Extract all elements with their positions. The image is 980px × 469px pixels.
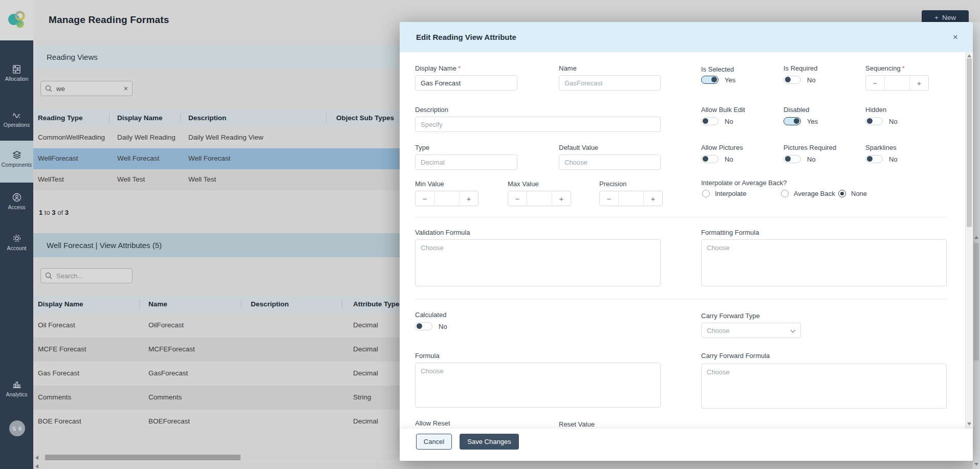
toggle-on[interactable] (701, 76, 718, 84)
toggle-off[interactable] (783, 76, 801, 84)
toggle-on[interactable] (783, 117, 801, 125)
sidebar-item-account[interactable]: Account (0, 233, 33, 251)
toggle-off[interactable] (415, 322, 432, 330)
toggle-off[interactable] (701, 155, 718, 163)
toggle-state: No (725, 118, 733, 125)
scrollbar-thumb[interactable] (967, 58, 972, 227)
modal-vertical-scrollbar[interactable] (965, 52, 972, 429)
sidebar-item-operations[interactable]: Operations (0, 110, 33, 128)
radio-none[interactable]: None (838, 190, 867, 197)
window-horizontal-scrollbar[interactable] (33, 463, 980, 469)
formatting-formula-label: Formatting Formula (701, 229, 759, 236)
column-header[interactable]: Description (188, 114, 226, 122)
scrollbar-thumb[interactable] (974, 243, 979, 361)
hidden-label: Hidden (865, 106, 886, 114)
hidden-toggle[interactable]: No (865, 117, 898, 125)
display-name-field[interactable] (415, 75, 517, 91)
radio-average-back[interactable]: Average Back (781, 190, 835, 197)
reading-views-title: Reading Views (47, 53, 98, 61)
modal-title: Edit Reading View Attribute (416, 33, 516, 41)
close-icon[interactable]: × (949, 31, 962, 43)
column-header[interactable]: Attribute Type (353, 300, 400, 308)
precision-label: Precision (599, 180, 626, 188)
is-selected-toggle[interactable]: Yes (701, 76, 735, 84)
toggle-state: No (807, 76, 816, 84)
sidebar-item-components[interactable]: Components (0, 141, 33, 183)
increment-icon[interactable]: + (644, 191, 662, 206)
scroll-down-icon[interactable] (974, 463, 978, 466)
search-input[interactable] (56, 272, 128, 280)
allow-pictures-toggle[interactable]: No (701, 155, 733, 163)
column-header[interactable]: Name (148, 300, 167, 308)
increment-icon[interactable]: + (552, 191, 571, 206)
sequencing-stepper[interactable]: − + (865, 75, 929, 91)
disabled-toggle[interactable]: Yes (783, 117, 818, 125)
decrement-icon[interactable]: − (866, 76, 884, 90)
formula-field[interactable] (415, 363, 661, 408)
min-value-stepper[interactable]: − + (415, 191, 478, 206)
toggle-off[interactable] (865, 155, 883, 163)
increment-icon[interactable]: + (910, 76, 928, 90)
max-value-stepper[interactable]: − + (508, 191, 571, 206)
save-changes-button[interactable]: Save Changes (460, 434, 519, 450)
carry-forward-formula-field[interactable] (701, 364, 947, 409)
description-field[interactable] (415, 117, 661, 132)
search-input[interactable] (56, 85, 120, 93)
pictures-required-toggle[interactable]: No (783, 155, 816, 163)
view-attributes-search[interactable] (40, 268, 133, 283)
cancel-button[interactable]: Cancel (416, 434, 452, 450)
formatting-formula-field[interactable] (701, 239, 947, 286)
calculated-toggle[interactable]: No (415, 322, 447, 330)
scroll-up-icon[interactable] (967, 54, 971, 57)
decrement-icon[interactable]: − (416, 191, 434, 206)
cell-display-name: Oil Forecast (38, 321, 75, 329)
column-header[interactable]: Object Sub Types (336, 114, 394, 122)
max-value-field[interactable] (527, 191, 552, 206)
radio-icon[interactable] (702, 190, 710, 197)
toggle-off[interactable] (783, 155, 801, 163)
carry-forward-type-select[interactable]: Choose (701, 323, 801, 338)
toggle-off[interactable] (701, 117, 718, 125)
column-header[interactable]: Description (251, 300, 289, 308)
precision-stepper[interactable]: − + (599, 191, 663, 206)
is-required-toggle[interactable]: No (783, 76, 816, 84)
increment-icon[interactable]: + (460, 191, 478, 206)
decrement-icon[interactable]: − (600, 191, 618, 206)
scroll-left-icon[interactable] (35, 464, 38, 468)
clear-search-icon[interactable]: × (124, 85, 128, 92)
scrollbar-thumb[interactable] (45, 455, 241, 460)
default-value-field[interactable] (559, 154, 661, 170)
decrement-icon[interactable]: − (508, 191, 527, 206)
radio-interpolate[interactable]: Interpolate (702, 190, 746, 197)
validation-formula-field[interactable] (415, 239, 661, 286)
radio-icon[interactable] (781, 190, 789, 197)
scroll-left-icon[interactable] (35, 456, 38, 460)
allow-bulk-edit-toggle[interactable]: No (701, 117, 733, 125)
calculated-label: Calculated (415, 311, 446, 319)
precision-field[interactable] (618, 191, 644, 206)
column-header[interactable]: Display Name (38, 300, 83, 308)
sequencing-value[interactable] (884, 76, 910, 90)
column-header[interactable]: Display Name (117, 114, 163, 122)
cell-display-name: Comments (38, 393, 71, 401)
sidebar-item-allocation[interactable]: Allocation (0, 64, 33, 82)
scroll-up-icon[interactable] (974, 236, 978, 239)
reading-views-search[interactable]: × (40, 81, 133, 96)
page-vertical-scrollbar[interactable] (973, 22, 980, 469)
carry-forward-type-label: Carry Forward Type (701, 312, 760, 320)
sparklines-toggle[interactable]: No (865, 155, 898, 163)
avatar[interactable]: S 6 (9, 420, 25, 436)
scroll-down-icon[interactable] (967, 422, 971, 426)
column-header[interactable]: Reading Type (38, 114, 83, 122)
radio-selected-icon[interactable] (838, 190, 846, 197)
view-attributes-title: Well Forecast | View Attributes (5) (47, 241, 162, 250)
divider (415, 299, 947, 299)
sidebar-item-access[interactable]: Access (0, 192, 33, 210)
sidebar-item-analytics[interactable]: Analytics (0, 379, 33, 397)
sidebar-item-label: Access (0, 204, 33, 210)
toggle-state: Yes (807, 118, 818, 125)
toggle-off[interactable] (865, 117, 883, 125)
cell-description: Daily Well Reading View (188, 133, 264, 141)
min-value-field[interactable] (434, 191, 460, 206)
cell-name: GasForecast (148, 369, 188, 377)
